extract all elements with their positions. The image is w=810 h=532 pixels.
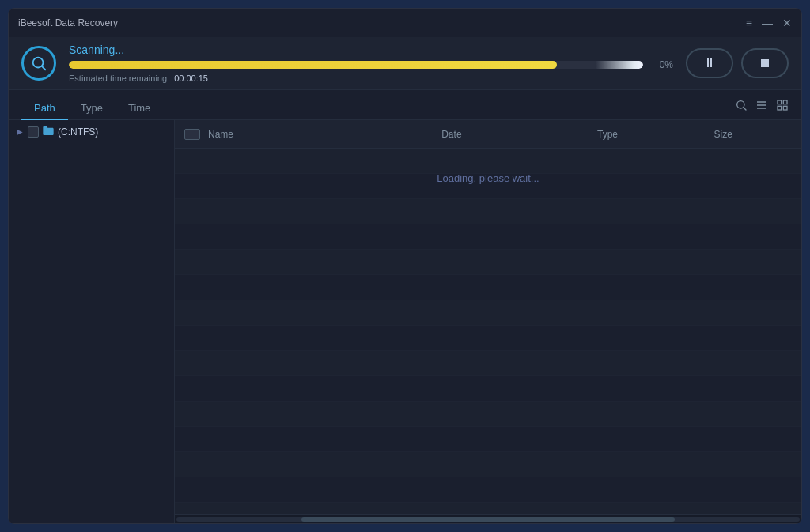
col-date-header: Date	[441, 129, 597, 140]
app-window: iBeesoft Data Recovery ≡ — ✕ Scanning...…	[8, 8, 802, 524]
table-row	[175, 300, 801, 326]
grid-view-icon[interactable]	[776, 99, 789, 115]
table-header-checkbox[interactable]	[184, 129, 200, 140]
estimate-row: Estimated time remaining: 00:00:15	[69, 74, 673, 83]
estimate-time: 00:00:15	[174, 74, 208, 83]
loading-message: Loading, please wait...	[437, 172, 539, 184]
main-content: ▶ (C:NTFS) Name Date Type Size Loadin	[9, 120, 801, 523]
table-row	[175, 224, 801, 250]
app-title: iBeesoft Data Recovery	[18, 17, 118, 28]
tabs-left: Path Type Time	[21, 97, 735, 119]
menu-icon[interactable]: ≡	[746, 17, 752, 29]
progress-bar-container	[69, 61, 643, 69]
table-row	[175, 199, 801, 224]
stop-icon: ⏹	[759, 56, 771, 70]
svg-line-3	[744, 108, 746, 110]
table-row	[175, 149, 801, 174]
stop-button[interactable]: ⏹	[741, 48, 789, 78]
left-panel: ▶ (C:NTFS)	[9, 120, 175, 523]
tree-arrow: ▶	[17, 127, 25, 136]
table-row	[175, 326, 801, 351]
table-header: Name Date Type Size	[175, 120, 801, 149]
list-view-icon[interactable]	[755, 99, 768, 115]
svg-rect-8	[783, 100, 787, 104]
tab-path[interactable]: Path	[21, 97, 68, 120]
col-size-header: Size	[714, 129, 792, 140]
tab-type[interactable]: Type	[68, 97, 115, 120]
table-row	[175, 452, 801, 477]
svg-rect-9	[778, 106, 782, 110]
scan-icon	[21, 46, 56, 81]
table-body: Loading, please wait...	[175, 149, 801, 514]
search-icon[interactable]	[735, 99, 748, 115]
title-bar-left: iBeesoft Data Recovery	[18, 17, 118, 28]
close-icon[interactable]: ✕	[782, 17, 792, 29]
scan-status: Scanning...	[69, 43, 673, 56]
pause-button[interactable]: ⏸	[686, 48, 733, 78]
estimate-label: Estimated time remaining:	[69, 74, 169, 83]
table-row	[175, 275, 801, 300]
tab-time[interactable]: Time	[115, 97, 163, 120]
table-row	[175, 427, 801, 452]
scan-controls: ⏸ ⏹	[686, 48, 789, 78]
scrollbar-track	[176, 517, 800, 522]
progress-bar-fill	[69, 61, 557, 69]
bottom-scrollbar[interactable]	[175, 514, 801, 523]
svg-line-1	[42, 66, 45, 70]
tree-label: (C:NTFS)	[58, 126, 98, 138]
progress-row: 0%	[69, 59, 673, 70]
progress-bar-tip	[596, 61, 643, 69]
svg-rect-7	[778, 100, 782, 104]
minimize-icon[interactable]: —	[762, 17, 773, 29]
table-row	[175, 503, 801, 514]
scan-info: Scanning... 0% Estimated time remaining:…	[69, 43, 673, 83]
table-row	[175, 351, 801, 376]
table-row	[175, 477, 801, 503]
right-panel: Name Date Type Size Loading, please wait…	[175, 120, 801, 523]
folder-icon	[42, 125, 55, 138]
pause-icon: ⏸	[703, 56, 716, 70]
scrollbar-thumb[interactable]	[301, 517, 676, 522]
table-row	[175, 250, 801, 275]
table-row	[175, 402, 801, 427]
progress-percent: 0%	[649, 59, 673, 70]
scan-bar-area: Scanning... 0% Estimated time remaining:…	[9, 37, 801, 90]
tabs-bar: Path Type Time	[9, 90, 801, 120]
table-row	[175, 376, 801, 402]
tabs-right	[735, 99, 789, 119]
col-name-header: Name	[208, 129, 441, 140]
title-bar-controls: ≡ — ✕	[746, 17, 792, 29]
col-type-header: Type	[597, 129, 714, 140]
svg-rect-10	[783, 106, 787, 110]
tree-checkbox[interactable]	[28, 126, 39, 138]
tree-item[interactable]: ▶ (C:NTFS)	[9, 120, 174, 143]
title-bar: iBeesoft Data Recovery ≡ — ✕	[9, 9, 801, 37]
